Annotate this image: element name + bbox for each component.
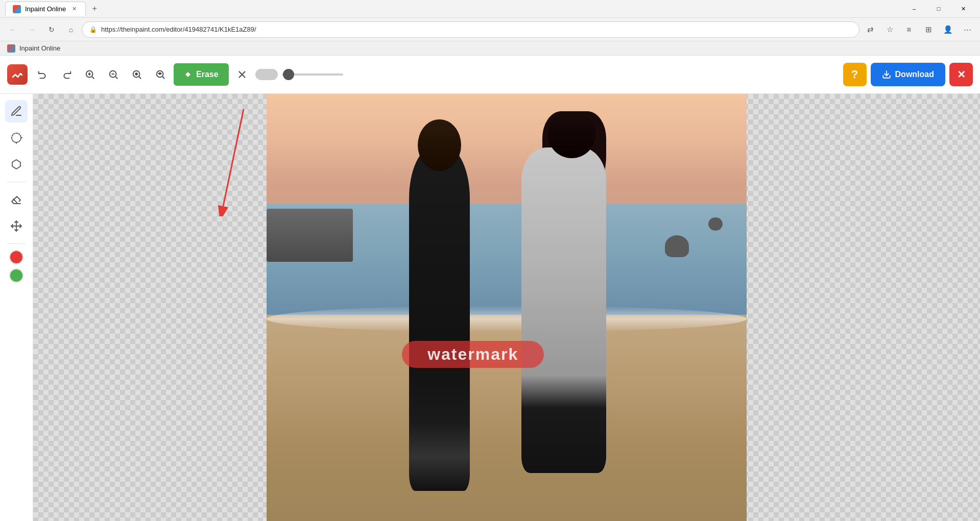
profile-button[interactable]: 👤 [939,21,957,38]
svg-line-8 [139,77,141,79]
app-title-bar: Inpaint Online [0,41,980,56]
person2-head [548,111,595,158]
sidebar-divider-2 [7,243,26,244]
home-button[interactable]: ⌂ [62,21,80,38]
sidebar-tool-polygon[interactable] [5,153,28,176]
red-color-swatch[interactable] [9,250,23,264]
address-bar[interactable]: 🔒 https://theinpaint.com/editor/41948274… [82,21,859,38]
watermark-overlay: watermark [402,341,544,368]
watermark-text: watermark [427,345,518,363]
tab-favicon [13,5,21,13]
svg-marker-17 [12,160,20,169]
tab-close-btn[interactable]: ✕ [70,5,78,13]
canvas-image: watermark [267,94,747,521]
back-button[interactable]: ← [4,21,21,38]
tab-label: Inpaint Online [25,5,66,13]
brush-size-container [255,69,343,80]
app-toolbar: Erase ? Download ✕ [0,56,980,94]
undo-button[interactable] [33,64,53,85]
main-area: watermark [0,94,980,521]
url-text: https://theinpaint.com/editor/419482741/… [101,26,852,33]
nav-right-actions: ⇄ ☆ ≡ ⊞ 👤 ⋯ [862,21,976,38]
person2-body [521,147,606,473]
person1-body [409,147,469,491]
settings-button[interactable]: ⋯ [959,21,976,38]
download-button[interactable]: Download [871,63,945,86]
brush-toggle[interactable] [255,69,278,80]
zoom-out-button[interactable] [103,64,124,85]
close-red-button[interactable]: ✕ [949,63,973,86]
svg-line-19 [223,109,244,206]
zoom-100-button[interactable] [150,64,171,85]
brush-handle[interactable] [283,69,294,80]
help-button[interactable]: ? [843,63,867,86]
download-label: Download [895,70,934,79]
toolbar-right: ? Download ✕ [843,63,973,86]
active-tab[interactable]: Inpaint Online ✕ [5,2,86,16]
navigation-bar: ← → ↻ ⌂ 🔒 https://theinpaint.com/editor/… [0,18,980,41]
person2 [516,129,622,491]
svg-line-5 [115,77,117,79]
svg-marker-13 [185,72,190,77]
rock-left [267,209,353,262]
erase-button[interactable]: Erase [174,63,229,86]
minimize-button[interactable]: – [902,0,926,18]
beach-photo: watermark [267,94,747,521]
help-icon: ? [851,68,858,81]
browser-titlebar: Inpaint Online ✕ + – □ ✕ [0,0,980,18]
forward-button[interactable]: → [23,21,41,38]
reading-list-button[interactable]: ≡ [900,21,918,38]
new-tab-button[interactable]: + [88,2,101,15]
green-color-swatch[interactable] [9,268,23,283]
close-red-icon: ✕ [957,68,966,81]
refresh-button[interactable]: ↻ [43,21,60,38]
sidebar-divider-1 [7,182,26,182]
lock-icon: 🔒 [89,26,97,33]
svg-line-1 [92,77,94,79]
sidebar-tool-eraser[interactable] [5,188,28,211]
maximize-button[interactable]: □ [927,0,950,18]
tab-bar: Inpaint Online ✕ + [5,2,101,16]
zoom-fit-button[interactable] [127,64,147,85]
app-logo [7,64,28,85]
sidebar-tool-lasso[interactable] [5,127,28,149]
window-close-button[interactable]: ✕ [951,0,975,18]
rock-right [665,235,689,257]
window-controls: – □ ✕ [902,0,975,18]
favorites-button[interactable]: ☆ [881,21,898,38]
erase-label: Erase [196,70,219,79]
redo-button[interactable] [56,64,77,85]
sidebar-tool-move[interactable] [5,215,28,237]
svg-line-12 [162,77,164,79]
sidebar [0,94,33,521]
cancel-button[interactable] [232,64,252,85]
app-favicon-icon [7,44,15,53]
canvas-area[interactable]: watermark [33,94,980,521]
person1 [396,147,483,491]
app-title-text: Inpaint Online [19,44,60,52]
sidebar-tool-draw[interactable] [5,100,28,122]
brush-size-slider[interactable] [282,73,343,76]
annotation-arrow [203,104,264,216]
wave-layer [267,306,747,332]
collections-button[interactable]: ⊞ [920,21,937,38]
zoom-in-button[interactable] [80,64,100,85]
svg-point-10 [135,73,137,75]
person1-head [418,119,461,171]
translate-button[interactable]: ⇄ [862,21,879,38]
rock-far [708,217,723,231]
